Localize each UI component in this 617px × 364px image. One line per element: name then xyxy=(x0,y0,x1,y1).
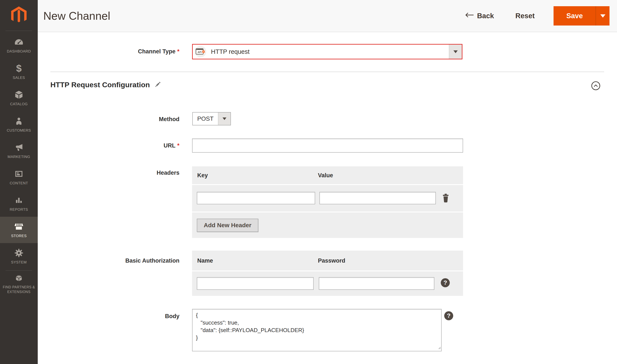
sidebar-item-label: DASHBOARD xyxy=(5,49,33,54)
sidebar-item-content[interactable]: CONTENT xyxy=(0,164,38,190)
magento-logo[interactable] xyxy=(0,0,38,26)
add-new-header-button[interactable]: Add New Header xyxy=(197,219,258,232)
marketing-icon xyxy=(14,142,24,153)
sidebar-item-label: SYSTEM xyxy=(9,260,28,265)
dashboard-icon xyxy=(14,37,24,47)
magento-admin-page: DASHBOARD $ SALES CATALOG CUSTOMERS xyxy=(0,0,617,364)
sidebar-item-label: CONTENT xyxy=(8,181,30,186)
sidebar-item-reports[interactable]: REPORTS xyxy=(0,190,38,217)
page-header: New Channel Back Reset Save xyxy=(38,0,617,32)
delete-header-button[interactable] xyxy=(441,193,450,203)
save-options-toggle[interactable] xyxy=(596,6,609,26)
chevron-up-circle-icon xyxy=(591,81,601,91)
form-content: Channel Type* API HTTP request HTTP Requ… xyxy=(38,32,617,364)
reports-icon xyxy=(14,195,24,205)
svg-text:API: API xyxy=(198,51,202,53)
section-header: HTTP Request Configuration xyxy=(50,81,161,89)
auth-column-header: Name Password xyxy=(192,251,463,271)
reset-button[interactable]: Reset xyxy=(515,12,535,20)
http-request-api-icon: API xyxy=(195,46,206,57)
chevron-down-icon xyxy=(453,50,458,53)
header-row xyxy=(192,185,463,212)
key-column-header: Key xyxy=(197,172,208,179)
sidebar-divider xyxy=(6,31,32,31)
back-arrow-icon xyxy=(465,12,474,20)
url-label: URL* xyxy=(68,142,180,149)
sidebar-item-marketing[interactable]: MARKETING xyxy=(0,138,38,164)
basic-authorization-panel: Name Password ? xyxy=(192,251,463,296)
auth-help-button[interactable]: ? xyxy=(441,278,450,287)
reset-button-label: Reset xyxy=(515,12,535,20)
resize-handle-icon[interactable] xyxy=(437,346,441,350)
channel-type-label: Channel Type* xyxy=(68,48,180,55)
headers-column-header: Key Value xyxy=(192,166,463,184)
sidebar: DASHBOARD $ SALES CATALOG CUSTOMERS xyxy=(0,0,38,364)
page-title: New Channel xyxy=(43,0,110,32)
collapse-section-button[interactable] xyxy=(591,81,601,91)
back-button-label: Back xyxy=(477,12,494,20)
sidebar-item-label: MARKETING xyxy=(6,155,32,159)
channel-type-value: HTTP request xyxy=(211,48,449,55)
system-icon xyxy=(14,248,24,258)
trash-icon xyxy=(442,193,449,203)
sidebar-item-dashboard[interactable]: DASHBOARD xyxy=(0,32,38,59)
sidebar-item-label: SALES xyxy=(11,76,26,80)
sales-icon: $ xyxy=(16,63,22,74)
headers-label: Headers xyxy=(68,169,180,176)
sidebar-nav: DASHBOARD $ SALES CATALOG CUSTOMERS xyxy=(0,32,38,296)
auth-password-input[interactable] xyxy=(319,277,434,290)
sidebar-item-label: FIND PARTNERS & EXTENSIONS xyxy=(0,285,38,294)
sidebar-item-stores[interactable]: STORES xyxy=(0,217,38,243)
body-help-button[interactable]: ? xyxy=(444,311,453,320)
password-column-header: Password xyxy=(318,257,345,264)
name-column-header: Name xyxy=(197,257,213,264)
header-actions: Back Reset Save xyxy=(465,0,609,32)
edit-pencil-icon[interactable] xyxy=(154,81,161,89)
headers-footer: Add New Header xyxy=(192,212,463,238)
method-dropdown-toggle[interactable] xyxy=(218,113,231,125)
value-column-header: Value xyxy=(318,172,333,179)
sidebar-item-catalog[interactable]: CATALOG xyxy=(0,85,38,111)
customers-icon xyxy=(14,116,24,126)
sidebar-item-label: CUSTOMERS xyxy=(5,128,33,133)
auth-row: ? xyxy=(192,271,463,296)
method-label: Method xyxy=(68,116,180,123)
auth-name-input[interactable] xyxy=(197,277,314,290)
body-textarea-wrap: { "success": true, "data": {self::PAYLOA… xyxy=(192,309,442,351)
stores-icon xyxy=(14,221,24,232)
sidebar-item-sales[interactable]: $ SALES xyxy=(0,59,38,85)
body-label: Body xyxy=(68,312,180,320)
sidebar-item-system[interactable]: SYSTEM xyxy=(0,243,38,270)
url-input[interactable] xyxy=(192,139,463,153)
channel-type-dropdown-toggle[interactable] xyxy=(449,45,462,59)
required-marker: * xyxy=(177,142,180,149)
back-button[interactable]: Back xyxy=(465,12,494,20)
headers-panel: Key Value Add New Header xyxy=(192,166,463,238)
method-select[interactable]: POST xyxy=(192,112,231,125)
header-key-input[interactable] xyxy=(197,192,315,204)
extensions-icon xyxy=(14,273,24,283)
catalog-icon xyxy=(14,90,24,100)
chevron-down-icon xyxy=(222,117,226,120)
body-textarea[interactable]: { "success": true, "data": {self::PAYLOA… xyxy=(192,309,442,351)
method-value: POST xyxy=(193,113,218,125)
content-icon xyxy=(14,169,24,179)
header-value-input[interactable] xyxy=(320,192,436,204)
sidebar-item-find-partners[interactable]: FIND PARTNERS & EXTENSIONS xyxy=(0,271,38,296)
channel-type-select[interactable]: API HTTP request xyxy=(192,44,463,59)
save-split-button: Save xyxy=(553,6,609,26)
required-marker: * xyxy=(177,48,180,55)
sidebar-item-label: STORES xyxy=(9,234,28,238)
section-title: HTTP Request Configuration xyxy=(50,81,150,89)
sidebar-item-label: CATALOG xyxy=(8,102,29,106)
sidebar-item-customers[interactable]: CUSTOMERS xyxy=(0,111,38,138)
save-button[interactable]: Save xyxy=(553,6,596,26)
section-divider xyxy=(50,72,604,72)
chevron-down-icon xyxy=(600,14,605,18)
magento-logo-icon xyxy=(10,6,27,26)
basic-authorization-label: Basic Authorization xyxy=(68,257,180,264)
sidebar-item-label: REPORTS xyxy=(8,207,30,212)
